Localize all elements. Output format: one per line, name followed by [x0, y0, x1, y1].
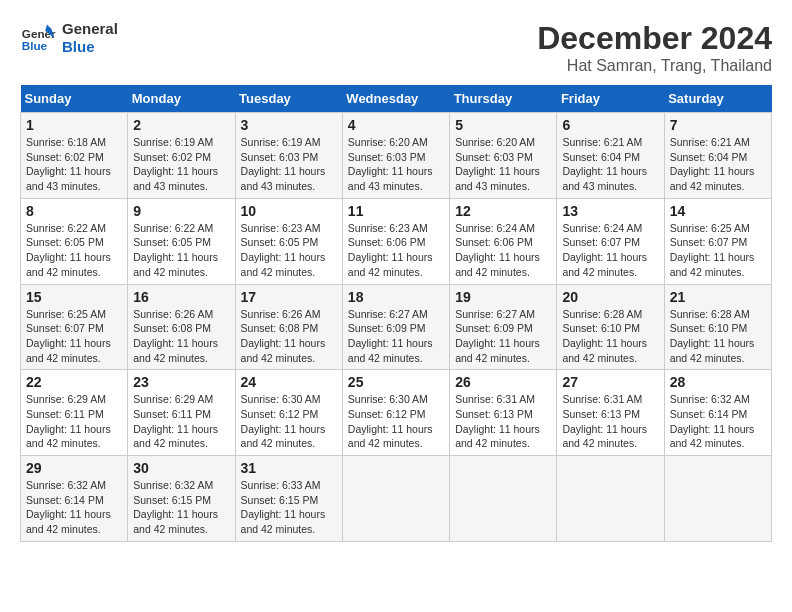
table-row: 26Sunrise: 6:31 AM Sunset: 6:13 PM Dayli… [450, 370, 557, 456]
calendar-week-1: 1Sunrise: 6:18 AM Sunset: 6:02 PM Daylig… [21, 113, 772, 199]
table-row [557, 456, 664, 542]
table-row: 27Sunrise: 6:31 AM Sunset: 6:13 PM Dayli… [557, 370, 664, 456]
table-row: 11Sunrise: 6:23 AM Sunset: 6:06 PM Dayli… [342, 198, 449, 284]
table-row: 4Sunrise: 6:20 AM Sunset: 6:03 PM Daylig… [342, 113, 449, 199]
calendar-table: SundayMondayTuesdayWednesdayThursdayFrid… [20, 85, 772, 542]
month-title: December 2024 [537, 20, 772, 57]
calendar-week-4: 22Sunrise: 6:29 AM Sunset: 6:11 PM Dayli… [21, 370, 772, 456]
weekday-header-sunday: Sunday [21, 85, 128, 113]
logo: General Blue GeneralBlue [20, 20, 118, 56]
table-row: 23Sunrise: 6:29 AM Sunset: 6:11 PM Dayli… [128, 370, 235, 456]
logo-icon: General Blue [20, 20, 56, 56]
table-row: 7Sunrise: 6:21 AM Sunset: 6:04 PM Daylig… [664, 113, 771, 199]
table-row: 5Sunrise: 6:20 AM Sunset: 6:03 PM Daylig… [450, 113, 557, 199]
table-row: 24Sunrise: 6:30 AM Sunset: 6:12 PM Dayli… [235, 370, 342, 456]
table-row: 28Sunrise: 6:32 AM Sunset: 6:14 PM Dayli… [664, 370, 771, 456]
table-row: 31Sunrise: 6:33 AM Sunset: 6:15 PM Dayli… [235, 456, 342, 542]
calendar-week-3: 15Sunrise: 6:25 AM Sunset: 6:07 PM Dayli… [21, 284, 772, 370]
weekday-header-row: SundayMondayTuesdayWednesdayThursdayFrid… [21, 85, 772, 113]
table-row: 20Sunrise: 6:28 AM Sunset: 6:10 PM Dayli… [557, 284, 664, 370]
title-area: December 2024 Hat Samran, Trang, Thailan… [537, 20, 772, 75]
table-row [664, 456, 771, 542]
table-row: 3Sunrise: 6:19 AM Sunset: 6:03 PM Daylig… [235, 113, 342, 199]
table-row: 25Sunrise: 6:30 AM Sunset: 6:12 PM Dayli… [342, 370, 449, 456]
weekday-header-tuesday: Tuesday [235, 85, 342, 113]
table-row: 8Sunrise: 6:22 AM Sunset: 6:05 PM Daylig… [21, 198, 128, 284]
table-row: 1Sunrise: 6:18 AM Sunset: 6:02 PM Daylig… [21, 113, 128, 199]
table-row: 15Sunrise: 6:25 AM Sunset: 6:07 PM Dayli… [21, 284, 128, 370]
logo-text: GeneralBlue [62, 20, 118, 56]
table-row: 9Sunrise: 6:22 AM Sunset: 6:05 PM Daylig… [128, 198, 235, 284]
weekday-header-saturday: Saturday [664, 85, 771, 113]
weekday-header-thursday: Thursday [450, 85, 557, 113]
table-row: 14Sunrise: 6:25 AM Sunset: 6:07 PM Dayli… [664, 198, 771, 284]
weekday-header-wednesday: Wednesday [342, 85, 449, 113]
table-row: 21Sunrise: 6:28 AM Sunset: 6:10 PM Dayli… [664, 284, 771, 370]
table-row: 19Sunrise: 6:27 AM Sunset: 6:09 PM Dayli… [450, 284, 557, 370]
location-title: Hat Samran, Trang, Thailand [537, 57, 772, 75]
table-row: 29Sunrise: 6:32 AM Sunset: 6:14 PM Dayli… [21, 456, 128, 542]
table-row: 12Sunrise: 6:24 AM Sunset: 6:06 PM Dayli… [450, 198, 557, 284]
table-row: 22Sunrise: 6:29 AM Sunset: 6:11 PM Dayli… [21, 370, 128, 456]
table-row: 6Sunrise: 6:21 AM Sunset: 6:04 PM Daylig… [557, 113, 664, 199]
calendar-week-2: 8Sunrise: 6:22 AM Sunset: 6:05 PM Daylig… [21, 198, 772, 284]
table-row [450, 456, 557, 542]
table-row: 16Sunrise: 6:26 AM Sunset: 6:08 PM Dayli… [128, 284, 235, 370]
table-row: 18Sunrise: 6:27 AM Sunset: 6:09 PM Dayli… [342, 284, 449, 370]
svg-text:Blue: Blue [22, 39, 48, 52]
table-row: 30Sunrise: 6:32 AM Sunset: 6:15 PM Dayli… [128, 456, 235, 542]
table-row: 13Sunrise: 6:24 AM Sunset: 6:07 PM Dayli… [557, 198, 664, 284]
table-row: 2Sunrise: 6:19 AM Sunset: 6:02 PM Daylig… [128, 113, 235, 199]
page-header: General Blue GeneralBlue December 2024 H… [20, 20, 772, 75]
table-row: 17Sunrise: 6:26 AM Sunset: 6:08 PM Dayli… [235, 284, 342, 370]
table-row [342, 456, 449, 542]
weekday-header-friday: Friday [557, 85, 664, 113]
weekday-header-monday: Monday [128, 85, 235, 113]
calendar-week-5: 29Sunrise: 6:32 AM Sunset: 6:14 PM Dayli… [21, 456, 772, 542]
table-row: 10Sunrise: 6:23 AM Sunset: 6:05 PM Dayli… [235, 198, 342, 284]
